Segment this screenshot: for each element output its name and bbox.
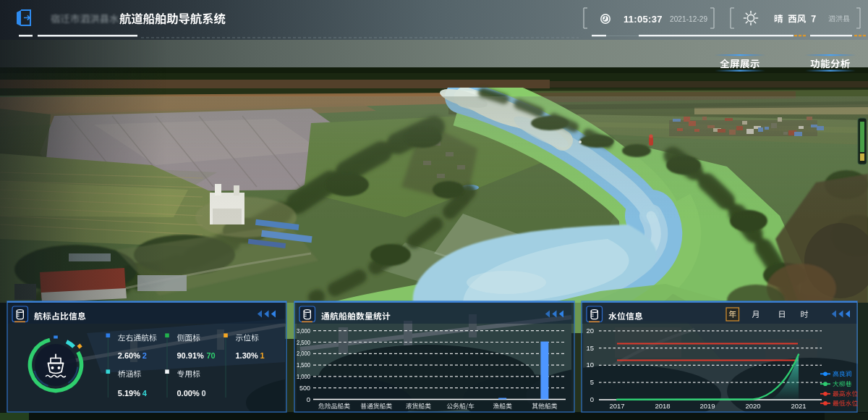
svg-text:15: 15 bbox=[586, 344, 594, 352]
svg-text:2021: 2021 bbox=[791, 402, 806, 410]
svg-text:90.91%: 90.91% bbox=[177, 351, 205, 360]
svg-text:2.60%: 2.60% bbox=[118, 351, 140, 360]
svg-text:1,500: 1,500 bbox=[297, 361, 310, 369]
svg-text:2,500: 2,500 bbox=[297, 338, 310, 346]
svg-text:5.19%: 5.19% bbox=[118, 389, 140, 398]
svg-text:0: 0 bbox=[590, 395, 594, 403]
svg-text:20: 20 bbox=[586, 327, 594, 335]
svg-text:4: 4 bbox=[142, 389, 148, 398]
svg-text:2017: 2017 bbox=[609, 402, 624, 410]
svg-text:2,000: 2,000 bbox=[297, 349, 310, 357]
svg-text:1.30%: 1.30% bbox=[236, 351, 258, 360]
svg-text:2018: 2018 bbox=[655, 402, 670, 410]
svg-text:5: 5 bbox=[590, 378, 594, 386]
svg-text:2019: 2019 bbox=[699, 402, 715, 410]
svg-text:2: 2 bbox=[142, 351, 147, 360]
svg-text:0.00%: 0.00% bbox=[177, 389, 200, 398]
svg-text:70: 70 bbox=[207, 351, 216, 360]
svg-text:1: 1 bbox=[260, 351, 265, 360]
svg-text:0: 0 bbox=[307, 395, 310, 403]
svg-text:500: 500 bbox=[299, 384, 310, 392]
svg-text:3,000: 3,000 bbox=[297, 327, 310, 335]
svg-text:0: 0 bbox=[202, 389, 206, 398]
svg-text:10: 10 bbox=[586, 361, 594, 369]
svg-text:2020: 2020 bbox=[745, 402, 760, 410]
svg-text:1,000: 1,000 bbox=[297, 372, 310, 380]
